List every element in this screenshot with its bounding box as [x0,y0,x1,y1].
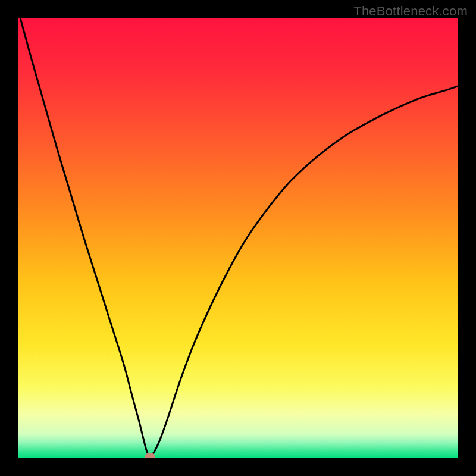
chart-svg [18,18,458,458]
watermark-text: TheBottleneck.com [353,4,468,19]
chart-plot-area [18,18,458,458]
optimal-point-marker [145,453,155,458]
